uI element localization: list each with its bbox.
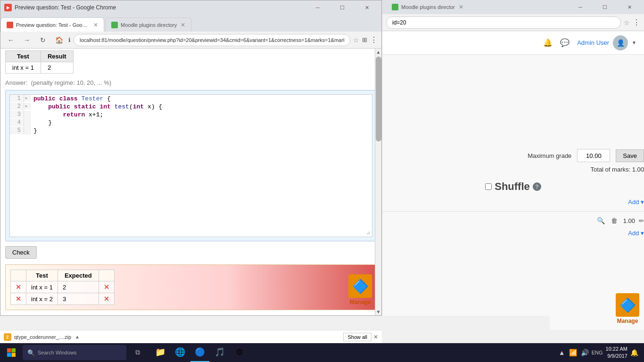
shuffle-row: Shuffle ?: [382, 181, 644, 193]
tab-preview-question[interactable]: Preview question: Test - Google Chrome ✕: [0, 17, 104, 32]
address-input[interactable]: [74, 34, 350, 46]
maximum-grade-input[interactable]: [577, 149, 610, 162]
moodle-menu-icon[interactable]: ⋮: [633, 18, 640, 27]
taskbar-app-unknown1[interactable]: 🎵: [210, 343, 229, 362]
chrome-tabs: Preview question: Test - Google Chrome ✕…: [0, 15, 381, 32]
expected-val-1: 2: [58, 281, 99, 293]
shuffle-checkbox[interactable]: [485, 183, 492, 190]
clock-date: 9/9/2017: [606, 353, 627, 360]
line-indicator-5: [24, 127, 31, 135]
admin-avatar: 👤: [613, 35, 628, 50]
moodle-tab-close[interactable]: ✕: [459, 4, 463, 10]
extensions-icon[interactable]: ⊞: [362, 36, 367, 43]
volume-icon[interactable]: 🔊: [581, 349, 589, 356]
fail-icon-1: ✕: [11, 281, 26, 293]
moodle-minimize[interactable]: ─: [570, 0, 591, 14]
tab-moodle-plugins[interactable]: Moodle plugins directory ✕: [105, 17, 191, 32]
resize-handle-icon[interactable]: ⊿: [366, 230, 370, 236]
admin-user-name: Admin User: [577, 39, 609, 46]
page-content: Test Result int x = 1 2 Answer: (penal: [0, 49, 381, 315]
zip-file-icon: Z: [4, 333, 11, 341]
taskbar-app-edge[interactable]: 🌐: [171, 343, 190, 362]
manage-text-2: Manage: [617, 318, 638, 324]
moodle-maximize[interactable]: ☐: [594, 0, 616, 14]
scroll-up-arrow[interactable]: ▲: [375, 49, 381, 56]
moodle-close[interactable]: ✕: [619, 0, 640, 14]
task-view-button[interactable]: ⧉: [128, 343, 147, 362]
tab-favicon-2: [111, 22, 118, 28]
col-status-header: [99, 270, 114, 281]
maximum-grade-label: Maximum grade: [528, 152, 571, 159]
start-button[interactable]: [2, 343, 21, 362]
time-date[interactable]: 10:22 AM 9/9/2017: [606, 346, 627, 360]
scrollbar-thumb[interactable]: [376, 57, 381, 141]
magnify-icon[interactable]: 🔍: [596, 215, 606, 226]
moodle-tab[interactable]: Moodle plugins director ✕: [386, 1, 469, 13]
add-button-1[interactable]: Add ▾: [628, 198, 644, 206]
svg-rect-2: [7, 353, 11, 357]
zip-download-item[interactable]: Z qtype_coderunner_....zip ▲: [4, 333, 80, 341]
tray-expand-icon[interactable]: ▲: [559, 349, 565, 356]
scroll-down-arrow[interactable]: ▼: [375, 308, 381, 315]
fail-icon-2: ✕: [11, 293, 26, 305]
page-scrollbar[interactable]: ▲ ▼: [375, 49, 381, 315]
moodle-bookmark-icon[interactable]: ☆: [624, 19, 630, 26]
taskbar-app-explorer[interactable]: 📁: [151, 343, 170, 362]
admin-dropdown-icon[interactable]: ▼: [632, 40, 636, 45]
network-icon[interactable]: 📶: [569, 349, 577, 356]
manage-badge: 🔷 Manage: [348, 274, 372, 305]
shuffle-help-icon[interactable]: ?: [533, 182, 541, 191]
maximize-button[interactable]: ☐: [331, 0, 353, 15]
manage-icon-2: 🔷: [616, 293, 639, 317]
close-bottom-bar-icon[interactable]: ✕: [373, 334, 378, 340]
back-button[interactable]: ←: [4, 33, 17, 47]
col-expected-header: Expected: [58, 270, 99, 281]
col-result-header: Result: [41, 51, 73, 62]
tab-label-2: Moodle plugins directory: [121, 22, 177, 28]
show-all-button[interactable]: Show all: [343, 333, 372, 341]
line-num-4: 4: [10, 119, 24, 126]
forward-button[interactable]: →: [20, 33, 33, 47]
minimize-button[interactable]: ─: [307, 0, 329, 15]
home-button[interactable]: 🏠: [52, 33, 66, 47]
test-result-table-top: Test Result int x = 1 2: [5, 50, 74, 74]
refresh-button[interactable]: ↻: [36, 33, 50, 47]
add-button-2[interactable]: Add ▾: [628, 230, 644, 237]
check-button[interactable]: Check: [5, 246, 37, 259]
zip-expand-icon[interactable]: ▲: [75, 334, 80, 339]
penalty-text: (penalty regime: 10, 20, ... %): [31, 79, 112, 86]
language-indicator[interactable]: ENG: [592, 350, 603, 355]
notifications-icon[interactable]: 🔔: [630, 349, 638, 356]
code-editor[interactable]: 1 ▸ public class Tester { 2 ▸ public sta…: [9, 94, 372, 237]
question-area: Test Result int x = 1 2 Answer: (penal: [0, 50, 381, 315]
add-row-1: Add ▾: [382, 198, 644, 206]
tab-favicon-1: [7, 22, 13, 28]
chrome-addressbar: ← → ↻ 🏠 ℹ ☆ ⊞ ⋮: [0, 32, 381, 49]
shuffle-label: Shuffle: [495, 181, 530, 193]
bookmark-star-icon[interactable]: ☆: [353, 36, 359, 44]
close-button[interactable]: ✕: [356, 0, 378, 15]
tab-label-1: Preview question: Test - Google Chrome: [16, 22, 90, 28]
taskbar-search[interactable]: 🔍 Search Windows: [23, 345, 126, 360]
save-button[interactable]: Save: [616, 149, 644, 162]
moodle-addressbar: ☆ ⋮: [382, 14, 644, 31]
tab-close-1[interactable]: ✕: [93, 22, 98, 28]
chrome-title: Preview question: Test - Google Chrome: [15, 4, 307, 11]
line-num-3: 3: [10, 111, 24, 118]
edit-pencil-icon[interactable]: ✏: [639, 217, 644, 224]
tab-close-2[interactable]: ✕: [181, 22, 185, 28]
moodle-address-input[interactable]: [386, 16, 621, 29]
notification-bell-icon[interactable]: 🔔: [543, 38, 553, 47]
delete-icon[interactable]: 🗑: [609, 215, 619, 226]
taskbar-tray: ▲ 📶 🔊 ENG 10:22 AM 9/9/2017 🔔: [555, 346, 642, 360]
line-code-3: return x+1;: [31, 111, 372, 119]
message-icon[interactable]: 💬: [560, 38, 570, 47]
code-blank-area[interactable]: [10, 135, 372, 229]
taskbar-app-chrome[interactable]: 🔵: [190, 343, 209, 362]
manage-logo-icon: 🔷: [348, 274, 372, 298]
admin-user[interactable]: Admin User 👤 ▼: [577, 35, 636, 50]
chrome-menu-icon[interactable]: ⋮: [370, 35, 378, 44]
manage-badge-2: 🔷 Manage: [550, 288, 644, 330]
taskbar-app-unknown2[interactable]: ⚙: [230, 343, 249, 362]
line-indicator-1: ▸: [24, 95, 31, 101]
